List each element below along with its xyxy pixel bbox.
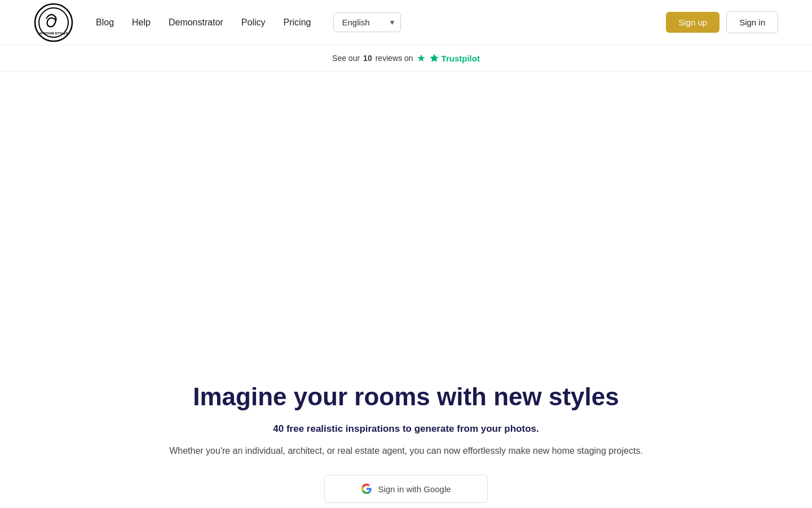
svg-marker-3 (430, 54, 438, 62)
nav-blog[interactable]: Blog (96, 17, 114, 28)
trustpilot-prefix: See our (332, 54, 360, 63)
nav-demonstrator[interactable]: Demonstrator (169, 17, 223, 28)
nav-policy[interactable]: Policy (241, 17, 266, 28)
trustpilot-star-icon: ★ (417, 52, 426, 64)
trustpilot-count: 10 (363, 54, 372, 63)
trustpilot-logo-icon (429, 53, 439, 63)
nav-right: Sign up Sign in (666, 11, 778, 33)
navbar: AI ROOM STYLES Blog Help Demonstrator Po… (0, 0, 812, 45)
nav-links: Blog Help Demonstrator Policy Pricing En… (96, 12, 666, 32)
cta-buttons: Sign in with Google Sign Up (324, 475, 488, 508)
google-signin-label: Sign in with Google (378, 484, 451, 494)
hero-description: Whether you're an individual, architect,… (169, 444, 643, 458)
trustpilot-suffix: reviews on (376, 54, 413, 63)
text-section: Imagine your rooms with new styles 40 fr… (56, 382, 756, 508)
logo-icon: AI ROOM STYLES (34, 3, 73, 42)
svg-text:AI ROOM STYLES: AI ROOM STYLES (39, 32, 68, 35)
signup-button[interactable]: Sign up (666, 12, 720, 33)
hero-image-area (0, 106, 812, 376)
hero-title: Imagine your rooms with new styles (193, 382, 619, 412)
trustpilot-bar: See our 10 reviews on ★ Trustpilot (0, 45, 812, 72)
nav-pricing[interactable]: Pricing (284, 17, 311, 28)
signin-button[interactable]: Sign in (726, 11, 778, 33)
language-select-input[interactable]: English Français Español Deutsch Italian… (333, 12, 401, 32)
google-icon (361, 483, 372, 494)
svg-point-0 (35, 4, 72, 41)
google-signin-button[interactable]: Sign in with Google (324, 475, 488, 503)
logo-link[interactable]: AI ROOM STYLES (34, 3, 73, 42)
trustpilot-brand-label: Trustpilot (429, 53, 480, 63)
hero-subtitle: 40 free realistic inspirations to genera… (273, 423, 539, 435)
nav-help[interactable]: Help (132, 17, 151, 28)
main-content: Imagine your rooms with new styles 40 fr… (0, 72, 812, 508)
language-selector[interactable]: English Français Español Deutsch Italian… (333, 12, 401, 32)
